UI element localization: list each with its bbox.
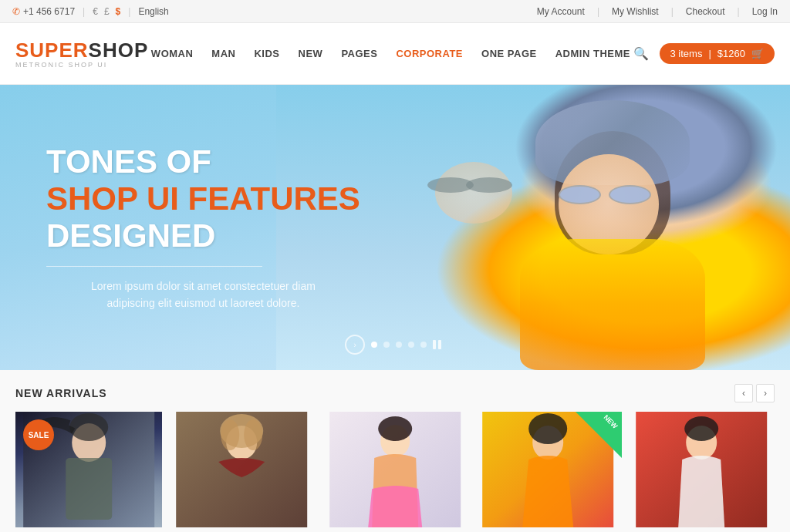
logo[interactable]: SUPERSHOP METRONIC SHOP UI	[15, 39, 148, 69]
phone-icon: ✆	[12, 6, 20, 17]
cart-price: $1260	[717, 48, 745, 59]
product-card-3[interactable]	[322, 412, 468, 527]
nav-pages[interactable]: PAGES	[341, 48, 377, 59]
product-badge-1: SALE	[23, 419, 54, 450]
cart-divider: |	[708, 48, 711, 59]
topbar-phone: ✆ +1 456 6717	[12, 6, 75, 17]
topbar-right: My Account | My Wishlist | Checkout | Lo…	[537, 6, 778, 17]
section-navigation: ‹ ›	[734, 384, 775, 402]
slider-dot-3[interactable]	[396, 342, 402, 348]
topbar-left: ✆ +1 456 6717 | € £ $ | English	[12, 6, 169, 17]
product-image-2	[168, 412, 315, 527]
product-model-5	[628, 412, 775, 527]
my-account-link[interactable]: My Account	[537, 6, 585, 17]
divider-2: |	[128, 6, 130, 17]
pound-currency[interactable]: £	[104, 6, 110, 17]
product-card-4[interactable]: NEW	[474, 412, 621, 527]
svg-point-8	[245, 419, 263, 450]
product-image-5	[628, 412, 775, 527]
product-model-3	[322, 412, 468, 527]
hero-title-line2: SHOP UI FEATURES	[46, 180, 360, 217]
nav-man[interactable]: MAN	[211, 48, 235, 59]
product-card-1[interactable]: SALE	[15, 412, 162, 527]
logo-shop: SHOP	[89, 39, 149, 62]
cart-items: 3 items	[670, 48, 703, 59]
svg-point-2	[69, 413, 108, 441]
topbar: ✆ +1 456 6717 | € £ $ | English My Accou…	[0, 0, 790, 23]
login-link[interactable]: Log In	[752, 6, 778, 17]
hero-title-line3: DESIGNED	[46, 217, 360, 254]
logo-super: SUPER	[15, 39, 89, 62]
slider-pause-btn[interactable]	[433, 338, 445, 351]
slider-dot-1[interactable]	[371, 342, 377, 348]
currency-selector[interactable]: € £ $	[93, 6, 120, 17]
phone-number: +1 456 6717	[23, 6, 75, 17]
slider-controls: ›	[345, 335, 445, 355]
nav-admin[interactable]: ADMIN THEME	[555, 48, 630, 59]
product-card-5[interactable]	[628, 412, 775, 527]
svg-point-7	[221, 419, 240, 450]
slider-dot-4[interactable]	[408, 342, 414, 348]
hero-section: TONES OF SHOP UI FEATURES DESIGNED Lorem…	[0, 85, 790, 370]
svg-point-11	[378, 416, 412, 441]
hero-divider	[46, 266, 262, 267]
euro-currency[interactable]: €	[93, 6, 98, 17]
search-button[interactable]: 🔍	[633, 46, 649, 61]
svg-point-14	[528, 413, 567, 444]
product-card-2[interactable]	[168, 412, 315, 527]
divider-1: |	[83, 6, 85, 17]
language-selector[interactable]: English	[138, 6, 168, 17]
header-right: 🔍 3 items | $1260 🛒	[633, 43, 775, 64]
my-wishlist-link[interactable]: My Wishlist	[612, 6, 659, 17]
new-arrivals-section: NEW ARRIVALS ‹ ›	[0, 370, 790, 532]
products-prev-btn[interactable]: ‹	[734, 384, 753, 402]
hero-content: TONES OF SHOP UI FEATURES DESIGNED Lorem…	[0, 143, 360, 312]
logo-text: SUPERSHOP	[15, 39, 148, 62]
product-image-3	[322, 412, 468, 527]
svg-point-17	[684, 416, 718, 441]
section-title: NEW ARRIVALS	[15, 387, 107, 399]
header: SUPERSHOP METRONIC SHOP UI WOMAN MAN KID…	[0, 23, 790, 85]
hero-title-line1: TONES OF	[46, 143, 360, 180]
nav-new[interactable]: NEW	[299, 48, 323, 59]
svg-rect-3	[66, 458, 112, 520]
product-model-2	[168, 412, 315, 527]
slider-dot-2[interactable]	[383, 342, 390, 348]
section-header: NEW ARRIVALS ‹ ›	[0, 370, 790, 412]
slider-next-btn[interactable]: ›	[345, 335, 365, 355]
search-icon: 🔍	[633, 47, 649, 60]
slider-dot-5[interactable]	[420, 342, 427, 348]
hero-person2-overlay	[420, 162, 559, 316]
nav-kids[interactable]: KIDS	[254, 48, 279, 59]
nav-onepage[interactable]: ONE PAGE	[481, 48, 537, 59]
cart-icon: 🛒	[751, 48, 764, 59]
nav-corporate[interactable]: CORPORATE	[396, 48, 463, 59]
products-row: SALE	[0, 412, 790, 527]
hero-description: Lorem ipsum dolor sit amet constectetuer…	[46, 278, 360, 312]
nav-woman[interactable]: WOMAN	[151, 48, 194, 59]
cart-button[interactable]: 3 items | $1260 🛒	[660, 43, 775, 64]
main-nav: WOMAN MAN KIDS NEW PAGES CORPORATE ONE P…	[151, 48, 630, 59]
new-badge-triangle	[576, 412, 622, 458]
checkout-link[interactable]: Checkout	[686, 6, 725, 17]
dollar-currency[interactable]: $	[116, 6, 121, 17]
logo-subtitle: METRONIC SHOP UI	[15, 61, 148, 69]
products-next-btn[interactable]: ›	[756, 384, 775, 402]
